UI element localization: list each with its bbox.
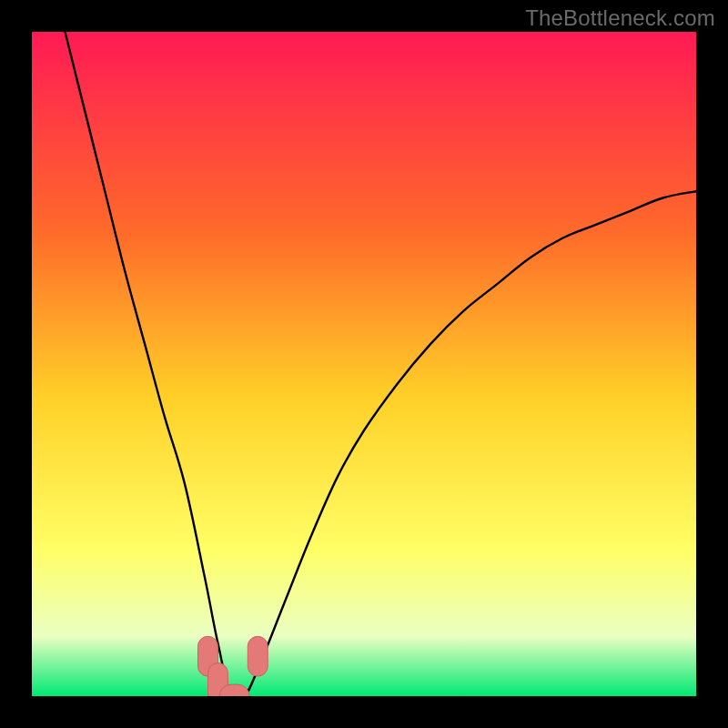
chart-svg bbox=[32, 32, 696, 696]
curve-marker bbox=[248, 636, 268, 676]
chart-frame: TheBottleneck.com bbox=[0, 0, 728, 728]
watermark-text: TheBottleneck.com bbox=[525, 5, 715, 31]
plot-area bbox=[32, 32, 696, 696]
gradient-background bbox=[32, 32, 696, 696]
